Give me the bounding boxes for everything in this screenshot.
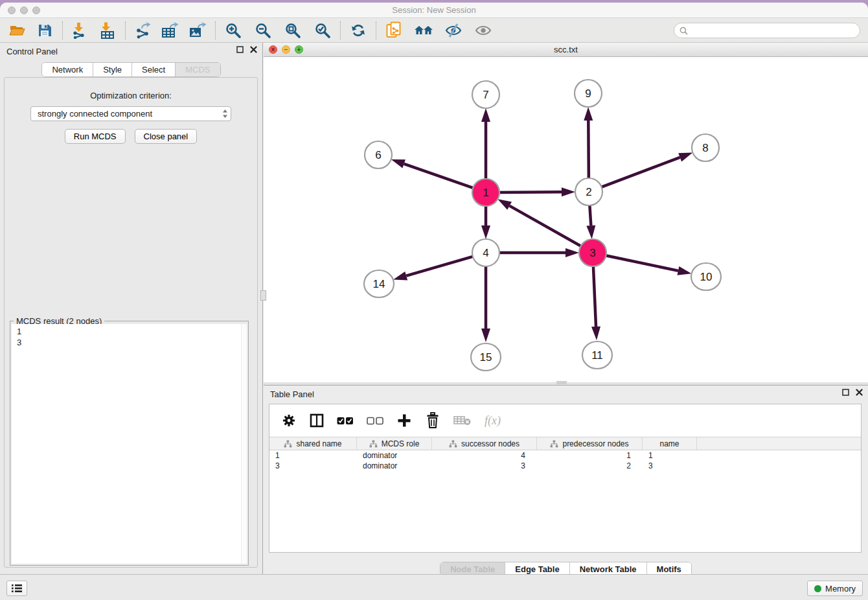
criterion-select[interactable]: strongly connected component xyxy=(30,106,231,121)
svg-text:15: 15 xyxy=(480,351,492,363)
graph-edge-2-3[interactable] xyxy=(589,204,591,225)
column-tree-icon xyxy=(369,440,378,448)
delete-table-icon[interactable] xyxy=(453,415,472,426)
svg-text:8: 8 xyxy=(702,142,708,154)
tab-select[interactable]: Select xyxy=(132,63,176,76)
tab-network[interactable]: Network xyxy=(42,63,93,76)
close-table-panel-icon[interactable] xyxy=(856,389,863,396)
table-panel-title: Table Panel xyxy=(270,389,314,399)
hide-selected-icon[interactable] xyxy=(442,21,464,40)
memory-button[interactable]: Memory xyxy=(807,581,863,596)
criterion-selected-value: strongly connected component xyxy=(38,109,222,119)
column-header-successor-nodes[interactable]: successor nodes xyxy=(432,437,537,450)
column-settings-icon[interactable] xyxy=(281,413,297,428)
function-builder-icon[interactable]: f(x) xyxy=(485,414,501,428)
graph-node-2[interactable]: 2 xyxy=(575,178,602,205)
graph-node-8[interactable]: 8 xyxy=(692,134,719,161)
table-cell: 3 xyxy=(432,461,537,471)
main-toolbar xyxy=(0,19,868,43)
result-scrollbar[interactable] xyxy=(241,324,247,564)
window-title: Session: New Session xyxy=(0,5,868,15)
graph-node-4[interactable]: 4 xyxy=(472,239,499,266)
table-cell: dominator xyxy=(357,450,432,461)
float-panel-icon[interactable] xyxy=(236,46,244,53)
split-table-icon[interactable] xyxy=(310,413,324,428)
zoom-out-icon[interactable] xyxy=(252,21,274,40)
graph-edge-2-9[interactable] xyxy=(588,121,589,179)
graph-edge-2-8[interactable] xyxy=(600,157,680,187)
network-graph: 7968124314101511 xyxy=(264,57,868,382)
network-canvas[interactable]: 7968124314101511 xyxy=(264,57,868,382)
search-icon xyxy=(680,27,688,35)
table-cell: 4 xyxy=(432,450,537,461)
apply-layout-icon[interactable] xyxy=(347,21,369,40)
tab-style[interactable]: Style xyxy=(93,63,132,76)
close-panel-icon[interactable] xyxy=(250,46,257,53)
column-tree-icon xyxy=(449,440,457,448)
run-mcds-button[interactable]: Run MCDS xyxy=(65,129,126,144)
table-cell: dominator xyxy=(357,461,432,471)
search-box xyxy=(674,23,860,38)
column-header-predecessor-nodes[interactable]: predecessor nodes xyxy=(537,437,643,450)
column-header-shared-name[interactable]: shared name xyxy=(269,437,357,450)
export-network-icon[interactable] xyxy=(132,21,154,40)
zoom-in-icon[interactable] xyxy=(222,21,244,40)
new-network-icon[interactable] xyxy=(383,21,405,40)
graph-edge-3-10[interactable] xyxy=(605,255,678,271)
open-session-icon[interactable] xyxy=(6,21,29,40)
first-neighbors-icon[interactable] xyxy=(413,21,435,40)
search-input[interactable] xyxy=(691,26,854,35)
memory-label: Memory xyxy=(825,584,856,594)
table-row[interactable]: 1dominator411 xyxy=(269,450,861,461)
header-filler xyxy=(697,437,861,450)
network-window-titlebar: × − + scc.txt xyxy=(264,43,868,57)
graph-edge-3-1[interactable] xyxy=(510,206,582,247)
mcds-panel: Optimization criterion: strongly connect… xyxy=(4,77,258,568)
graph-node-11[interactable]: 11 xyxy=(582,341,612,369)
canvas-scroll-handle[interactable] xyxy=(556,381,567,384)
select-all-columns-icon[interactable] xyxy=(337,417,354,425)
splitter-handle[interactable] xyxy=(260,290,266,301)
unselect-all-columns-icon[interactable] xyxy=(367,417,383,425)
graph-node-9[interactable]: 9 xyxy=(575,80,602,107)
node-table-container: f(x) shared nameMCDS rolesuccessor nodes… xyxy=(269,404,862,553)
graph-edge-1-6[interactable] xyxy=(404,164,474,189)
graph-node-15[interactable]: 15 xyxy=(471,343,501,371)
table-cell: 3 xyxy=(269,461,357,471)
zoom-selected-icon[interactable] xyxy=(312,21,334,40)
import-network-icon[interactable] xyxy=(69,21,91,40)
close-panel-button[interactable]: Close panel xyxy=(135,129,198,144)
tab-mcds[interactable]: MCDS xyxy=(176,63,220,76)
graph-node-14[interactable]: 14 xyxy=(364,270,394,297)
export-image-icon[interactable] xyxy=(187,21,209,40)
graph-node-6[interactable]: 6 xyxy=(365,141,392,168)
float-table-panel-icon[interactable] xyxy=(842,389,849,396)
graph-edge-4-14[interactable] xyxy=(406,256,474,275)
export-table-icon[interactable] xyxy=(159,21,181,40)
column-header-name[interactable]: name xyxy=(643,437,697,450)
delete-columns-icon[interactable] xyxy=(425,412,440,429)
toolbar-separator xyxy=(340,21,341,40)
graph-node-10[interactable]: 10 xyxy=(691,263,721,290)
column-header-MCDS-role[interactable]: MCDS role xyxy=(357,437,432,450)
graph-edge-1-2[interactable] xyxy=(498,192,562,192)
main-titlebar: Session: New Session xyxy=(0,3,868,18)
import-table-icon[interactable] xyxy=(97,21,119,40)
graph-node-3[interactable]: 3 xyxy=(579,239,606,266)
graph-node-1[interactable]: 1 xyxy=(472,179,499,206)
control-panel-title: Control Panel xyxy=(6,47,58,56)
task-history-button[interactable] xyxy=(6,581,27,596)
graph-node-7[interactable]: 7 xyxy=(472,81,499,108)
select-stepper-icon xyxy=(222,109,228,119)
add-column-icon[interactable] xyxy=(396,413,412,428)
table-row[interactable]: 3dominator323 xyxy=(269,461,861,471)
mcds-result-text[interactable]: 1 3 xyxy=(12,324,247,564)
network-window-title: scc.txt xyxy=(264,45,868,54)
save-session-icon[interactable] xyxy=(34,21,56,40)
show-all-icon[interactable] xyxy=(472,21,494,40)
zoom-fit-icon[interactable] xyxy=(282,21,304,40)
control-panel: Control Panel NetworkStyleSelectMCDS Opt… xyxy=(0,43,263,574)
graph-edge-3-11[interactable] xyxy=(593,265,596,327)
toolbar-separator xyxy=(215,21,216,40)
table-body: 1dominator4113dominator323 xyxy=(269,450,861,471)
